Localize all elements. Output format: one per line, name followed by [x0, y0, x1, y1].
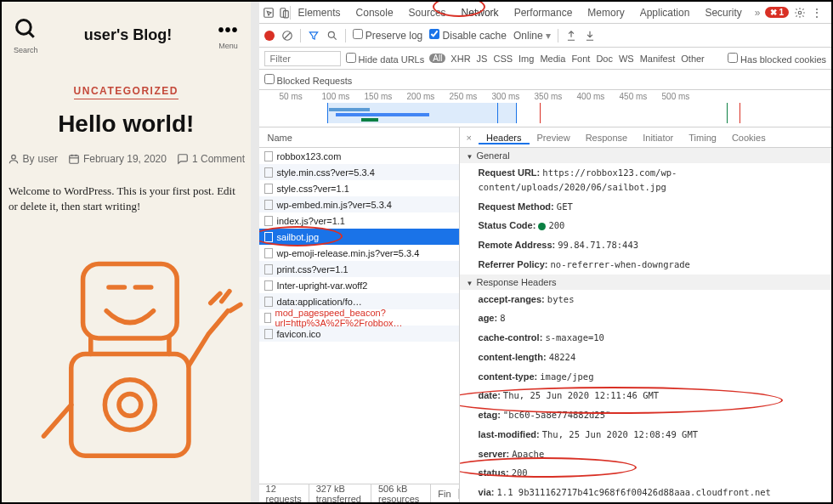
request-name: wp-embed.min.js?ver=5.3.4 — [277, 200, 392, 210]
table-row[interactable]: mod_pagespeed_beacon?url=http%3A%2F%2Fro… — [259, 309, 459, 326]
filter-type-xhr[interactable]: XHR — [450, 54, 470, 64]
table-row[interactable]: style.min.css?ver=5.3.4 — [259, 164, 459, 180]
tab-network[interactable]: Network — [454, 7, 507, 19]
tab-security[interactable]: Security — [697, 7, 749, 19]
filter-input[interactable] — [264, 51, 341, 66]
tab-performance[interactable]: Performance — [507, 7, 581, 19]
detail-tabs: × HeadersPreviewResponseInitiatorTimingC… — [460, 127, 831, 148]
svg-line-1 — [29, 32, 34, 37]
file-icon — [264, 280, 273, 291]
request-name: print.css?ver=1.1 — [277, 264, 348, 275]
filter-type-font[interactable]: Font — [571, 54, 590, 64]
detail-tab-cookies[interactable]: Cookies — [724, 133, 774, 143]
svg-line-23 — [333, 37, 337, 40]
person-icon — [8, 153, 20, 165]
date-meta: February 19, 2020 — [68, 153, 167, 165]
table-row[interactable]: wp-embed.min.js?ver=5.3.4 — [259, 196, 459, 212]
record-button[interactable] — [264, 31, 275, 41]
comments-meta[interactable]: 1 Comment — [177, 153, 245, 165]
request-name: index.js?ver=1.1 — [277, 216, 345, 226]
timeline-tick: 500 ms — [662, 92, 705, 101]
header-row: Referrer Policy: no-referrer-when-downgr… — [460, 255, 831, 275]
network-toolbar: Preserve log Disable cache Online ▾ — [259, 24, 831, 48]
tab-console[interactable]: Console — [348, 7, 401, 19]
table-row[interactable]: favicon.ico — [259, 326, 459, 342]
inspect-icon[interactable] — [263, 7, 275, 19]
waterfall-overview[interactable]: 50 ms100 ms150 ms200 ms250 ms300 ms350 m… — [259, 90, 831, 127]
header-row: server: Apache — [460, 445, 831, 464]
response-headers-section[interactable]: Response Headers — [460, 275, 831, 290]
filter-type-ws[interactable]: WS — [619, 54, 634, 64]
download-icon[interactable] — [584, 30, 596, 42]
header-row: date: Thu, 25 Jun 2020 12:11:46 GMT — [460, 386, 831, 405]
detail-tab-response[interactable]: Response — [578, 133, 636, 143]
detail-tab-headers[interactable]: Headers — [479, 133, 530, 144]
preserve-log-checkbox[interactable]: Preserve log — [353, 29, 423, 42]
detail-tab-timing[interactable]: Timing — [681, 133, 724, 143]
tab-memory[interactable]: Memory — [580, 7, 632, 19]
more-tabs[interactable]: » — [750, 7, 766, 19]
filter-type-css[interactable]: CSS — [493, 54, 513, 64]
table-row[interactable]: robbox123.com — [259, 148, 459, 164]
has-blocked-cookies-checkbox[interactable]: Has blocked cookies — [728, 53, 826, 65]
svg-line-21 — [284, 32, 290, 38]
hide-data-urls-checkbox[interactable]: Hide data URLs — [346, 53, 425, 65]
post-meta: By user February 19, 2020 1 Comment — [2, 153, 251, 165]
header-row: Remote Address: 99.84.71.78:443 — [460, 235, 831, 255]
clear-icon[interactable] — [281, 30, 293, 42]
table-row[interactable]: print.css?ver=1.1 — [259, 261, 459, 277]
disable-cache-checkbox[interactable]: Disable cache — [429, 29, 507, 42]
table-row[interactable]: sailbot.jpg — [259, 229, 459, 245]
menu-button[interactable]: ••• Menu — [218, 20, 239, 50]
table-row[interactable]: Inter-upright-var.woff2 — [259, 277, 459, 293]
close-detail[interactable]: × — [460, 133, 479, 143]
error-badge[interactable]: ✖1 — [765, 7, 789, 18]
kebab-icon[interactable]: ⋮ — [811, 6, 823, 20]
gear-icon[interactable] — [794, 7, 806, 19]
devtools-tabs: ElementsConsoleSourcesNetworkPerformance… — [259, 2, 831, 24]
timeline-tick: 100 ms — [322, 92, 365, 101]
filter-type-js[interactable]: JS — [477, 54, 488, 64]
header-row: age: 8 — [460, 309, 831, 328]
blocked-requests-checkbox[interactable]: Blocked Requests — [264, 74, 353, 86]
filter-type-media[interactable]: Media — [540, 54, 565, 64]
detail-tab-initiator[interactable]: Initiator — [635, 133, 681, 143]
filter-type-other[interactable]: Other — [681, 54, 705, 64]
post-image — [2, 214, 251, 492]
header-row: last-modified: Thu, 25 Jun 2020 12:08:49… — [460, 425, 831, 445]
general-section[interactable]: General — [460, 148, 831, 163]
header-row: cache-control: s-maxage=10 — [460, 328, 831, 348]
search-button[interactable]: Search — [14, 17, 38, 54]
upload-icon[interactable] — [565, 30, 577, 42]
filter-type-doc[interactable]: Doc — [596, 54, 613, 64]
header-row: content-type: image/jpeg — [460, 367, 831, 387]
detail-tab-preview[interactable]: Preview — [530, 133, 578, 143]
search-icon[interactable] — [326, 30, 338, 42]
menu-icon: ••• — [218, 20, 239, 40]
timeline-tick: 150 ms — [365, 92, 407, 101]
filter-type-manifest[interactable]: Manifest — [640, 54, 676, 64]
tab-sources[interactable]: Sources — [401, 7, 454, 19]
header-row: Status Code: 200 — [460, 216, 831, 235]
tab-elements[interactable]: Elements — [291, 7, 348, 19]
throttle-select[interactable]: Online ▾ — [513, 30, 551, 42]
timeline-tick: 450 ms — [620, 92, 662, 101]
header-row: content-length: 48224 — [460, 348, 831, 367]
status-item: Fin — [431, 489, 458, 499]
svg-point-13 — [105, 380, 155, 430]
filter-icon[interactable] — [308, 30, 320, 42]
calendar-icon — [68, 153, 80, 165]
svg-point-19 — [798, 11, 802, 14]
table-row[interactable]: style.css?ver=1.1 — [259, 180, 459, 196]
table-row[interactable]: index.js?ver=1.1 — [259, 212, 459, 229]
tab-application[interactable]: Application — [632, 7, 698, 19]
file-icon — [264, 329, 273, 339]
request-name: Inter-upright-var.woff2 — [277, 280, 368, 291]
filter-type-img[interactable]: Img — [518, 54, 534, 64]
device-icon[interactable] — [278, 7, 290, 19]
table-row[interactable]: wp-emoji-release.min.js?ver=5.3.4 — [259, 245, 459, 261]
header-row: Request URL: https://robbox123.com/wp-co… — [460, 163, 831, 197]
category-link[interactable]: UNCATEGORIZED — [74, 85, 178, 99]
name-column-header[interactable]: Name — [259, 127, 459, 148]
filter-all[interactable]: All — [429, 54, 445, 63]
